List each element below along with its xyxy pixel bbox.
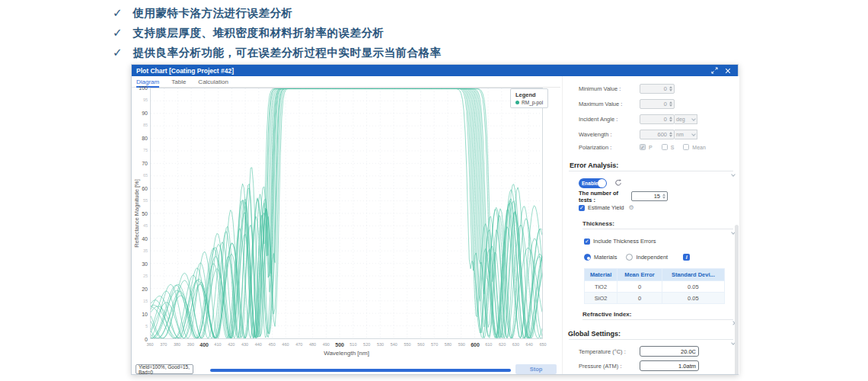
y-tick-label: 95	[132, 98, 148, 102]
thickness-separator	[582, 229, 733, 229]
include-thickness-label: Include Thickness Errors	[593, 238, 656, 245]
yield-text: Yield=100%, Good=15, Bad=0	[139, 364, 190, 375]
y-tick-label: 45	[132, 223, 148, 228]
enable-toggle[interactable]: Enable	[579, 178, 607, 188]
radio-independent[interactable]: Independent	[626, 254, 668, 261]
gear-icon[interactable]: ⚙	[629, 205, 634, 211]
feature-bullet: ✓提供良率分析功能，可在误差分析过程中实时显示当前合格率	[113, 43, 442, 62]
y-tick-label: 0	[132, 337, 148, 342]
polarization-row: Polarization : ✓PSMean	[579, 142, 739, 152]
table-header: Mean Error	[617, 269, 662, 281]
y-tick-label: 30	[132, 261, 148, 267]
chevron-down-icon	[691, 132, 696, 136]
field-value: 0	[642, 101, 667, 107]
refractive-index-title: Refractive Index:	[582, 311, 739, 318]
spinner-icons	[669, 86, 672, 91]
error-analysis-separator	[569, 171, 733, 171]
materials-table: MaterialMean ErrorStandard Devi... TiO20…	[584, 268, 725, 304]
polarization-option-mean: Mean	[683, 144, 706, 150]
estimate-yield-row: ✓ Estimate Yield ⚙	[579, 203, 739, 213]
chart-plot-area[interactable]	[150, 88, 543, 339]
stop-button[interactable]: Stop	[515, 364, 557, 374]
estimate-yield-checkbox[interactable]: ✓	[579, 205, 585, 211]
field-value: 0	[642, 85, 667, 92]
tests-input[interactable]: 15	[631, 191, 668, 201]
temperature-label: Temperature (°C) :	[579, 348, 640, 355]
table-cell[interactable]: 0	[617, 281, 662, 293]
feature-bullets: ✓使用蒙特卡洛方法进行误差分析✓支持膜层厚度、堆积密度和材料折射率的误差分析✓提…	[113, 3, 442, 62]
estimate-yield-label: Estimate Yield	[588, 204, 624, 211]
thickness-mode-radios: MaterialsIndependenti	[584, 252, 739, 262]
y-tick-label: 20	[132, 287, 148, 292]
chevron-down-icon[interactable]	[731, 172, 736, 177]
field-label: Incident Angle :	[579, 116, 640, 123]
include-thickness-checkbox[interactable]: ✓	[584, 239, 590, 245]
y-tick-label: 60	[132, 186, 148, 191]
spinner-icons	[669, 117, 672, 122]
feature-bullet-text: 提供良率分析功能，可在误差分析过程中实时显示当前合格率	[133, 46, 442, 60]
close-icon[interactable]	[723, 66, 733, 75]
y-tick-label: 10	[132, 312, 148, 317]
tab-calculation[interactable]: Calculation	[198, 76, 228, 88]
y-tick-label: 90	[132, 110, 148, 116]
y-tick-label: 70	[132, 161, 148, 166]
spin-down-icon	[669, 120, 672, 122]
check-icon: ✓	[113, 26, 123, 40]
polarization-option-label: S	[671, 145, 675, 150]
pressure-input[interactable]: 1.0atm	[640, 360, 699, 371]
spin-down-icon	[669, 135, 672, 137]
spin-down-icon	[669, 104, 672, 107]
spin-up-icon	[669, 117, 672, 119]
spin-up-icon	[669, 86, 672, 88]
feature-bullet: ✓支持膜层厚度、堆积密度和材料折射率的误差分析	[113, 23, 442, 43]
expand-icon[interactable]	[709, 66, 720, 75]
y-tick-label: 85	[132, 123, 148, 127]
error-analysis-title: Error Analysis:	[570, 162, 739, 169]
y-tick-label: 40	[132, 236, 148, 242]
table-cell[interactable]: 0.05	[662, 293, 724, 304]
spinner-icons	[669, 101, 672, 107]
y-tick-label: 50	[132, 211, 148, 216]
polarization-checkbox: ✓	[640, 144, 646, 150]
table-cell[interactable]: SiO2	[585, 293, 617, 304]
include-thickness-row: ✓ Include Thickness Errors	[584, 236, 739, 246]
field-label: Maximum Value :	[579, 101, 640, 107]
panel-scrollbar[interactable]	[735, 225, 739, 374]
legend-entry: RM_p-pol	[515, 100, 543, 105]
table-cell[interactable]: TiO2	[585, 281, 617, 293]
table-cell[interactable]: 0	[617, 293, 662, 304]
progress-bar	[210, 369, 511, 372]
temperature-input[interactable]: 20.0C	[640, 346, 699, 357]
settings-panel: Minimum Value :0Maximum Value :0Incident…	[562, 76, 739, 374]
unit-value: nm	[676, 132, 684, 137]
window-titlebar: Plot Chart [Coating Project #42]	[132, 65, 738, 76]
page: ✓使用蒙特卡洛方法进行误差分析✓支持膜层厚度、堆积密度和材料折射率的误差分析✓提…	[0, 0, 868, 381]
tab-table[interactable]: Table	[171, 76, 186, 88]
spin-up-icon	[669, 101, 672, 104]
polarization-label: Polarization :	[579, 144, 640, 151]
yield-status-box: Yield=100%, Good=15, Bad=0	[136, 364, 193, 374]
feature-bullet: ✓使用蒙特卡洛方法进行误差分析	[113, 3, 442, 23]
table-row[interactable]: TiO200.05	[585, 281, 725, 293]
y-tick-label: 75	[132, 148, 148, 152]
check-icon: ✓	[113, 46, 123, 59]
table-row[interactable]: SiO200.05	[585, 293, 725, 304]
spinner-icons	[669, 132, 672, 137]
field-value: 600	[642, 131, 667, 138]
enable-row: Enable	[579, 178, 739, 188]
feature-bullet-text: 支持膜层厚度、堆积密度和材料折射率的误差分析	[133, 26, 385, 40]
radio-label: Materials	[594, 254, 617, 261]
y-tick-label: 5	[132, 324, 148, 328]
spin-down-icon[interactable]	[662, 197, 665, 199]
polarization-option-p: ✓P	[640, 144, 653, 150]
table-cell[interactable]: 0.05	[662, 281, 724, 293]
radio-materials[interactable]: Materials	[584, 254, 617, 261]
spin-up-icon[interactable]	[662, 194, 665, 196]
y-tick-label: 100	[132, 85, 148, 91]
polarization-option-label: P	[649, 145, 653, 150]
refresh-icon[interactable]	[614, 179, 622, 187]
field-label: Minimum Value :	[579, 85, 640, 92]
polarization-option-label: Mean	[692, 145, 706, 150]
radio-icon	[584, 254, 591, 261]
info-icon[interactable]: i	[683, 254, 690, 261]
